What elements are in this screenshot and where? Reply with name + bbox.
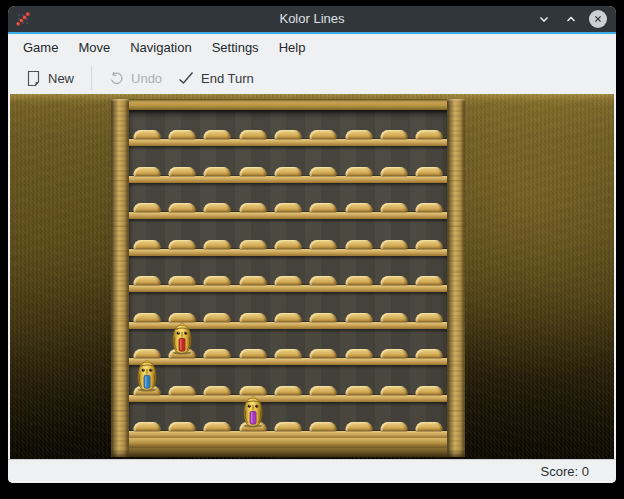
board-cell-r6c4[interactable]: [270, 329, 305, 365]
board-cell-r7c5[interactable]: [306, 365, 341, 401]
board-cell-r4c0[interactable]: [129, 256, 164, 292]
undo-button[interactable]: Undo: [101, 64, 170, 92]
board-cell-r8c6[interactable]: [341, 402, 376, 438]
board-cell-r8c7[interactable]: [376, 402, 411, 438]
new-game-button[interactable]: New: [18, 64, 82, 92]
board-cell-r4c4[interactable]: [270, 256, 305, 292]
board-cell-r5c2[interactable]: [200, 292, 235, 328]
board-cell-r6c6[interactable]: [341, 329, 376, 365]
board-cell-r6c3[interactable]: [235, 329, 270, 365]
shelf-socket: [345, 167, 372, 176]
board-cell-r0c3[interactable]: [235, 110, 270, 146]
board-cell-r0c7[interactable]: [376, 110, 411, 146]
board-cell-r5c3[interactable]: [235, 292, 270, 328]
board-cell-r1c7[interactable]: [376, 146, 411, 182]
board-cell-r4c2[interactable]: [200, 256, 235, 292]
board-cell-r5c4[interactable]: [270, 292, 305, 328]
board-cell-r8c0[interactable]: [129, 402, 164, 438]
shelf-socket: [168, 276, 195, 285]
window-titlebar[interactable]: Kolor Lines: [8, 6, 616, 32]
shelf-socket: [310, 130, 337, 139]
board-cell-r1c3[interactable]: [235, 146, 270, 182]
board-cell-r0c6[interactable]: [341, 110, 376, 146]
board-cell-r8c5[interactable]: [306, 402, 341, 438]
board-cell-r3c7[interactable]: [376, 219, 411, 255]
board-cell-r7c7[interactable]: [376, 365, 411, 401]
board-cell-r3c4[interactable]: [270, 219, 305, 255]
board-cell-r4c7[interactable]: [376, 256, 411, 292]
board-cell-r7c6[interactable]: [341, 365, 376, 401]
board-cell-r7c4[interactable]: [270, 365, 305, 401]
board-cell-r2c7[interactable]: [376, 183, 411, 219]
board-cell-r2c8[interactable]: [412, 183, 447, 219]
board-cell-r5c5[interactable]: [306, 292, 341, 328]
board-cell-r4c1[interactable]: [164, 256, 199, 292]
board-cell-r3c0[interactable]: [129, 219, 164, 255]
board-cell-r2c5[interactable]: [306, 183, 341, 219]
board-cell-r3c1[interactable]: [164, 219, 199, 255]
board-cell-r6c8[interactable]: [412, 329, 447, 365]
board-cell-r3c6[interactable]: [341, 219, 376, 255]
board-cell-r5c6[interactable]: [341, 292, 376, 328]
board-cell-r3c2[interactable]: [200, 219, 235, 255]
board-cell-r8c4[interactable]: [270, 402, 305, 438]
board-cell-r1c1[interactable]: [164, 146, 199, 182]
board-cell-r2c2[interactable]: [200, 183, 235, 219]
toolbar: New Undo End Turn: [8, 62, 616, 94]
maximize-button[interactable]: [562, 10, 580, 28]
board-cell-r2c3[interactable]: [235, 183, 270, 219]
board-cell-r7c2[interactable]: [200, 365, 235, 401]
board-cell-r2c4[interactable]: [270, 183, 305, 219]
board-cell-r1c0[interactable]: [129, 146, 164, 182]
board-cell-r4c6[interactable]: [341, 256, 376, 292]
end-turn-button[interactable]: End Turn: [170, 64, 262, 92]
board-cell-r0c0[interactable]: [129, 110, 164, 146]
close-button[interactable]: [589, 10, 607, 28]
board-cell-r1c6[interactable]: [341, 146, 376, 182]
board-cell-r0c8[interactable]: [412, 110, 447, 146]
board-cell-r4c8[interactable]: [412, 256, 447, 292]
red-chick-piece[interactable]: [168, 322, 196, 355]
board-cell-r7c8[interactable]: [412, 365, 447, 401]
shelf-socket: [310, 276, 337, 285]
board-cell-r1c5[interactable]: [306, 146, 341, 182]
board-cell-r0c1[interactable]: [164, 110, 199, 146]
board-cell-r1c2[interactable]: [200, 146, 235, 182]
shelf-socket: [204, 349, 231, 358]
board-cell-r0c2[interactable]: [200, 110, 235, 146]
board-cell-r5c7[interactable]: [376, 292, 411, 328]
menu-game[interactable]: Game: [13, 34, 68, 62]
board-cell-r8c1[interactable]: [164, 402, 199, 438]
board-cell-r5c0[interactable]: [129, 292, 164, 328]
board-cell-r7c1[interactable]: [164, 365, 199, 401]
menu-help[interactable]: Help: [269, 34, 316, 62]
board-cell-r2c0[interactable]: [129, 183, 164, 219]
board-cell-r4c5[interactable]: [306, 256, 341, 292]
board-cell-r2c1[interactable]: [164, 183, 199, 219]
shelf-socket: [204, 276, 231, 285]
menu-settings[interactable]: Settings: [202, 34, 269, 62]
purple-chick-piece[interactable]: [239, 395, 267, 428]
board-cell-r2c6[interactable]: [341, 183, 376, 219]
board-cell-r7c0[interactable]: [129, 365, 164, 401]
board-cell-r3c8[interactable]: [412, 219, 447, 255]
board-cell-r6c2[interactable]: [200, 329, 235, 365]
board-cell-r3c5[interactable]: [306, 219, 341, 255]
menu-move[interactable]: Move: [68, 34, 120, 62]
board-cell-r6c7[interactable]: [376, 329, 411, 365]
board-cell-r5c8[interactable]: [412, 292, 447, 328]
board-cell-r4c3[interactable]: [235, 256, 270, 292]
board-cell-r6c1[interactable]: [164, 329, 199, 365]
board-cell-r8c8[interactable]: [412, 402, 447, 438]
menu-navigation[interactable]: Navigation: [120, 34, 201, 62]
minimize-button[interactable]: [535, 10, 553, 28]
board-cell-r6c5[interactable]: [306, 329, 341, 365]
board-cell-r0c4[interactable]: [270, 110, 305, 146]
board-cell-r1c8[interactable]: [412, 146, 447, 182]
board-cell-r1c4[interactable]: [270, 146, 305, 182]
board-cell-r8c3[interactable]: [235, 402, 270, 438]
board-cell-r3c3[interactable]: [235, 219, 270, 255]
board-cell-r8c2[interactable]: [200, 402, 235, 438]
board-cell-r0c5[interactable]: [306, 110, 341, 146]
blue-chick-piece[interactable]: [133, 359, 161, 392]
